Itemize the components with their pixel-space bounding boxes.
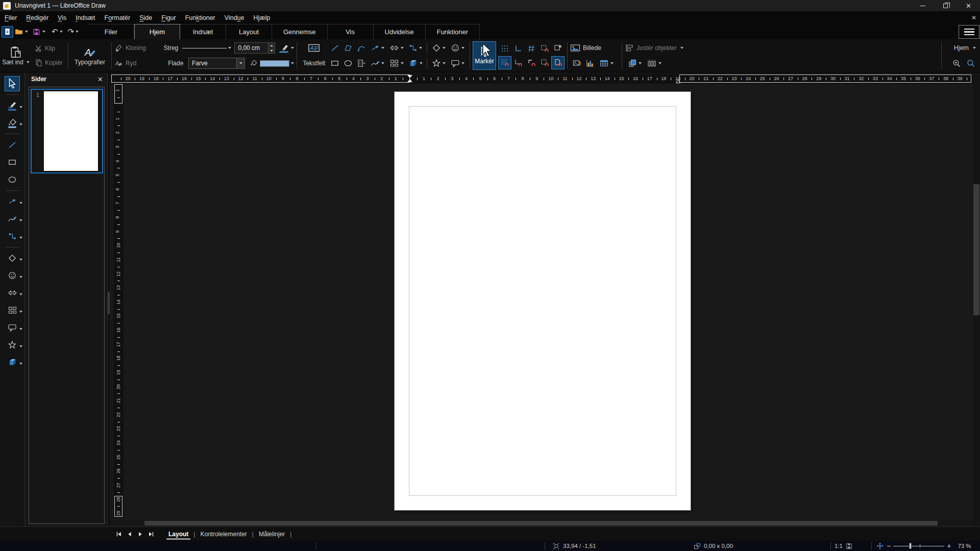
- menu-indsæt[interactable]: Indsæt: [71, 12, 100, 23]
- gallery-button[interactable]: [570, 57, 583, 70]
- dropdown-arrow-icon[interactable]: [19, 219, 22, 221]
- styles-button[interactable]: A Typografier: [75, 45, 105, 66]
- stars-button[interactable]: [429, 57, 448, 70]
- undo-button[interactable]: ↶: [52, 27, 63, 36]
- horizontal-scrollbar[interactable]: [110, 520, 973, 526]
- zoom-slider[interactable]: [893, 541, 944, 551]
- tab-gennemse[interactable]: Gennemse: [272, 24, 328, 39]
- page-thumbnail[interactable]: 1: [31, 89, 103, 173]
- object-size-pane[interactable]: 0,00 x 0,00: [693, 541, 733, 551]
- zoom-percent-value[interactable]: 73 %: [958, 543, 971, 549]
- block-arrows-tool-button[interactable]: [1, 284, 24, 302]
- fill-type-dropdown-icon[interactable]: [236, 58, 244, 68]
- zoom-button[interactable]: [951, 57, 962, 70]
- line-color-button[interactable]: [278, 42, 294, 54]
- snap-to-helplines-button[interactable]: [511, 56, 525, 69]
- flowchart-button[interactable]: [387, 57, 406, 70]
- open-button[interactable]: [14, 27, 28, 36]
- helplines-button[interactable]: [511, 42, 525, 55]
- menu-side[interactable]: Side: [135, 12, 157, 23]
- dropdown-arrow-icon[interactable]: [19, 345, 22, 347]
- symbol-shapes-tool-button[interactable]: [1, 267, 24, 284]
- distribute-button[interactable]: [644, 57, 664, 70]
- lines-arrows-button[interactable]: [368, 41, 387, 55]
- layer-tab-målelinjer[interactable]: Målelinjer: [254, 529, 290, 540]
- menu-filer[interactable]: Filer: [0, 12, 21, 23]
- 3d-objects-button[interactable]: [406, 57, 425, 70]
- menu-hjælp[interactable]: Hjælp: [249, 12, 275, 23]
- snap-to-page-button[interactable]: [551, 56, 565, 69]
- line-tool-button[interactable]: [1, 136, 24, 154]
- block-arrows-button[interactable]: [387, 41, 406, 55]
- new-document-button[interactable]: [2, 26, 13, 38]
- callout-tool-button[interactable]: [1, 319, 24, 336]
- select-button[interactable]: Markér: [473, 41, 496, 70]
- dropdown-arrow-icon[interactable]: [19, 363, 22, 365]
- insert-image-button[interactable]: Billede: [570, 40, 619, 56]
- dropdown-arrow-icon[interactable]: [19, 237, 22, 239]
- tab-funktioner[interactable]: Funktioner: [426, 24, 480, 39]
- spin-up-icon[interactable]: [270, 45, 273, 46]
- menu-figur[interactable]: Figur: [157, 12, 180, 23]
- curve-button[interactable]: [355, 41, 368, 55]
- display-grid-button[interactable]: [498, 42, 511, 55]
- arrange-button[interactable]: [625, 57, 644, 70]
- dropdown-arrow-icon[interactable]: [19, 123, 22, 126]
- close-button[interactable]: ✕: [957, 0, 980, 11]
- basic-shapes-button[interactable]: [429, 41, 448, 55]
- clear-formatting-button[interactable]: A Ryd: [114, 59, 168, 68]
- context-menu-button[interactable]: Hjem: [954, 40, 976, 56]
- insert-line-button[interactable]: [328, 41, 341, 55]
- fill-color-tool-button[interactable]: [1, 114, 24, 132]
- restore-button[interactable]: [934, 0, 957, 11]
- connector-tool-button[interactable]: [1, 228, 24, 245]
- layer-tab-kontrolelementer[interactable]: Kontrolelementer: [195, 529, 252, 540]
- ellipse-button[interactable]: [341, 57, 355, 70]
- line-color-tool-button[interactable]: [1, 97, 24, 114]
- dropdown-arrow-icon[interactable]: [19, 202, 22, 204]
- insert-table-button[interactable]: [597, 57, 616, 70]
- zoom-in-button[interactable]: +: [947, 542, 951, 550]
- first-page-button[interactable]: [113, 529, 124, 539]
- connectors-button[interactable]: [406, 41, 425, 55]
- line-width-spinner[interactable]: 0,00 cm: [234, 42, 275, 54]
- cut-button[interactable]: Klip: [35, 42, 63, 55]
- dropdown-arrow-icon[interactable]: [19, 328, 22, 330]
- insert-textbox-button[interactable]: A: [300, 41, 328, 55]
- menu-redigér[interactable]: Redigér: [21, 12, 53, 23]
- ellipse-tool-button[interactable]: [1, 171, 24, 188]
- grid-visible-button[interactable]: [525, 42, 538, 55]
- clone-formatting-button[interactable]: Kloning: [114, 44, 164, 53]
- vertical-scrollbar[interactable]: [973, 72, 980, 527]
- rectangle-tool-button[interactable]: [1, 154, 24, 171]
- tab-layout[interactable]: Layout: [226, 24, 272, 39]
- pages-panel-close-icon[interactable]: ✕: [97, 76, 103, 83]
- minimize-button[interactable]: [911, 0, 934, 11]
- horizontal-ruler[interactable]: 1234567891011121314151617181920123456789…: [110, 73, 973, 84]
- fill-color-button[interactable]: [249, 59, 294, 68]
- scale-pane[interactable]: 1:1: [835, 541, 853, 551]
- vertical-text-button[interactable]: [355, 57, 368, 70]
- tab-vis[interactable]: Vis: [328, 24, 374, 39]
- menu-vindue[interactable]: Vindue: [220, 12, 249, 23]
- lines-arrows-tool-button[interactable]: [1, 193, 24, 210]
- snap-to-object-button[interactable]: [551, 42, 565, 55]
- menu-formatér[interactable]: Formatér: [100, 12, 135, 23]
- previous-page-button[interactable]: [124, 529, 135, 539]
- polygon-button[interactable]: [341, 41, 355, 55]
- copy-button[interactable]: Kopiér: [35, 56, 63, 69]
- dropdown-arrow-icon[interactable]: [19, 106, 22, 108]
- freeform-button[interactable]: [368, 57, 387, 70]
- dropdown-arrow-icon[interactable]: [19, 293, 22, 295]
- tab-udvidelse[interactable]: Udvidelse: [374, 24, 426, 39]
- flowchart-tool-button[interactable]: [1, 302, 24, 319]
- zoom-out-button[interactable]: −: [887, 542, 891, 550]
- spin-down-icon[interactable]: [270, 50, 273, 52]
- save-button[interactable]: [32, 28, 45, 36]
- drawing-page[interactable]: [395, 92, 691, 510]
- tab-indsæt[interactable]: Indsæt: [180, 24, 226, 39]
- last-page-button[interactable]: [145, 529, 156, 539]
- align-objects-button[interactable]: Justér objekter: [625, 40, 720, 56]
- select-tool-button[interactable]: [1, 75, 24, 92]
- tab-hjem[interactable]: Hjem: [134, 24, 180, 39]
